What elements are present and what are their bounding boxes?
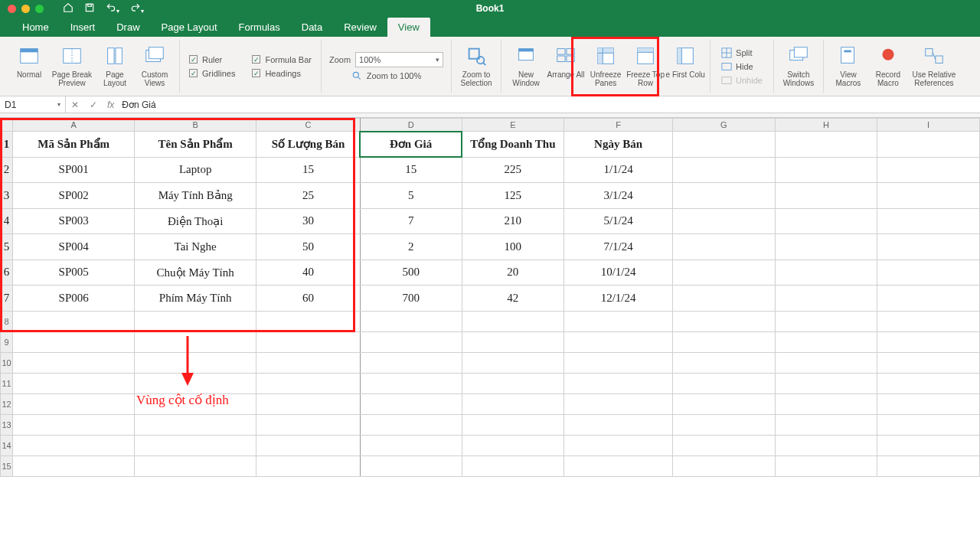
row-header[interactable]: 11 [1,373,13,393]
formula-value[interactable]: Đơn Giá [117,100,155,110]
cell[interactable] [672,234,775,260]
cell[interactable] [877,352,980,373]
maximize-dot[interactable] [35,5,44,13]
row-header[interactable]: 12 [1,393,13,414]
cell[interactable] [564,352,673,373]
cell[interactable] [135,435,256,455]
save-icon[interactable] [84,2,95,15]
split-button[interactable]: Split [718,47,766,59]
cell[interactable] [13,331,135,352]
cell[interactable]: Điện Thoại [135,208,256,234]
cell[interactable]: 25 [256,183,361,209]
cell[interactable]: 700 [360,286,462,312]
cell[interactable] [877,260,980,286]
row-7[interactable]: 7SP006Phím Máy Tính607004212/1/24 [1,286,980,312]
row-header[interactable]: 9 [1,331,13,352]
row-6[interactable]: 6SP005Chuột Máy Tính405002010/1/24 [1,260,980,286]
ruler-checkbox[interactable]: ✓Ruler [185,54,240,66]
cell[interactable]: 225 [462,157,564,183]
cell[interactable] [256,414,361,435]
row-header[interactable]: 14 [1,435,13,455]
cell[interactable] [256,331,361,352]
minimize-dot[interactable] [21,5,30,13]
close-dot[interactable] [8,5,16,13]
row-header[interactable]: 6 [1,260,13,286]
cell[interactable] [672,311,775,331]
cell[interactable]: Số Lượng Bán [256,132,361,158]
cell[interactable] [360,455,462,476]
switch-windows-button[interactable]: Switch Windows [779,41,818,92]
record-macro-button[interactable]: Record Macro [868,41,908,92]
cell[interactable]: Đơn Giá [360,132,462,158]
tab-page-layout[interactable]: Page Layout [151,18,228,37]
name-box[interactable]: D1 [0,96,66,113]
cell[interactable] [877,234,980,260]
tab-draw[interactable]: Draw [106,18,150,37]
cell[interactable]: Tổng Doanh Thu [462,132,564,158]
cell[interactable] [672,352,775,373]
cell[interactable]: Tên Sản Phẩm [135,132,256,158]
confirm-formula-icon[interactable]: ✓ [84,100,103,110]
cell[interactable] [672,260,775,286]
row-9[interactable]: 9 [1,331,980,352]
cell[interactable] [564,435,673,455]
cell[interactable] [877,311,980,331]
cell[interactable] [462,393,564,414]
unhide-button[interactable]: Unhide [718,74,766,87]
cell[interactable]: SP001 [13,157,135,183]
cell[interactable] [564,414,673,435]
fx-icon[interactable]: fx [107,100,114,110]
cell[interactable] [360,373,462,393]
cell[interactable] [672,393,775,414]
headings-checkbox[interactable]: ✓Headings [247,67,316,80]
cell[interactable] [775,132,877,158]
cell[interactable] [462,455,564,476]
cell[interactable] [462,373,564,393]
cell[interactable]: 40 [256,260,361,286]
cell[interactable] [672,157,775,183]
cell[interactable] [13,393,135,414]
zoom-100-button[interactable]: Zoom to 100% [348,69,425,83]
cell[interactable]: SP004 [13,234,135,260]
cell[interactable] [877,132,980,158]
cell[interactable] [775,183,877,209]
cell[interactable] [564,393,673,414]
cell[interactable] [256,373,361,393]
cell[interactable]: Laptop [135,157,256,183]
gridlines-checkbox[interactable]: ✓Gridlines [185,67,240,80]
cell[interactable]: 100 [462,234,564,260]
cell[interactable] [462,311,564,331]
cell[interactable] [13,414,135,435]
hide-button[interactable]: Hide [718,60,766,73]
cell[interactable]: 3/1/24 [564,183,673,209]
cell[interactable]: 210 [462,208,564,234]
cell[interactable] [877,208,980,234]
zoom-selection-button[interactable]: Zoom to Selection [456,41,496,92]
cell[interactable] [672,132,775,158]
cell[interactable]: 5 [360,183,462,209]
cell[interactable] [877,373,980,393]
row-header[interactable]: 2 [1,157,13,183]
unfreeze-panes-button[interactable]: Unfreeze Panes [586,41,626,92]
cell[interactable] [672,414,775,435]
cancel-formula-icon[interactable]: ✕ [66,100,84,110]
page-break-button[interactable]: Page Break Preview [49,41,95,92]
cell[interactable] [13,352,135,373]
cell[interactable] [775,157,877,183]
cell[interactable] [564,331,673,352]
row-header[interactable]: 8 [1,311,13,331]
row-2[interactable]: 2SP001Laptop15152251/1/24 [1,157,980,183]
row-header[interactable]: 1 [1,132,13,158]
cell[interactable] [13,455,135,476]
cell[interactable] [135,455,256,476]
cell[interactable] [462,414,564,435]
cell[interactable] [135,373,256,393]
cell[interactable]: 125 [462,183,564,209]
cell[interactable] [775,414,877,435]
cell[interactable] [13,311,135,331]
cell[interactable] [672,331,775,352]
cell[interactable]: 500 [360,260,462,286]
cell[interactable] [877,183,980,209]
cell[interactable]: 20 [462,260,564,286]
cell[interactable]: 30 [256,208,361,234]
